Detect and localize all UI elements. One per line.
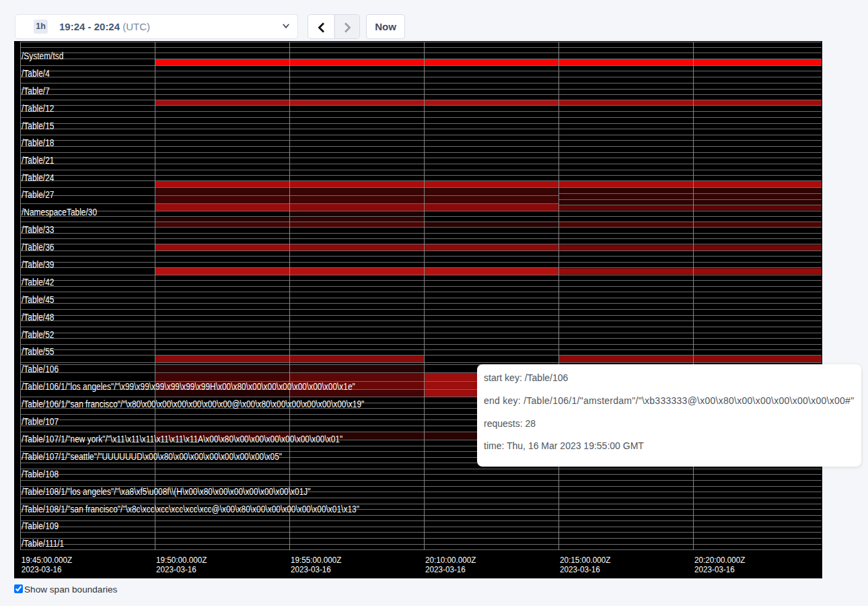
svg-text:/Table/107: /Table/107 [22,416,59,428]
svg-text:/Table/107/1/"new york"/"\x11\: /Table/107/1/"new york"/"\x11\x11\x11\x1… [22,434,342,445]
svg-text:/Table/18: /Table/18 [22,137,54,149]
svg-text:20:20:00.000Z: 20:20:00.000Z [694,555,746,565]
svg-text:/Table/42: /Table/42 [22,276,54,288]
svg-text:2023-03-16: 2023-03-16 [694,564,735,574]
svg-text:20:10:00.000Z: 20:10:00.000Z [425,555,476,565]
svg-text:/NamespaceTable/30: /NamespaceTable/30 [22,207,97,218]
svg-text:2023-03-16: 2023-03-16 [156,564,196,574]
svg-text:/Table/27: /Table/27 [22,189,54,201]
svg-text:/Table/39: /Table/39 [22,259,54,270]
svg-text:/Table/7: /Table/7 [22,85,50,96]
svg-text:/Table/12: /Table/12 [22,102,54,114]
svg-text:/Table/108: /Table/108 [22,469,59,480]
svg-text:20:15:00.000Z: 20:15:00.000Z [560,555,611,565]
svg-text:19:55:00.000Z: 19:55:00.000Z [291,555,342,565]
svg-text:/Table/21: /Table/21 [22,155,54,166]
svg-text:2023-03-16: 2023-03-16 [22,564,62,574]
svg-text:/Table/108/1/"san francisco"/": /Table/108/1/"san francisco"/"\x8c\xcc\x… [22,503,359,514]
svg-text:/Table/4: /Table/4 [22,67,50,79]
svg-text:/Table/36: /Table/36 [22,241,54,252]
svg-text:2023-03-16: 2023-03-16 [291,564,331,574]
svg-text:/System/tsd: /System/tsd [22,50,63,61]
svg-text:/Table/15: /Table/15 [22,120,54,131]
svg-text:/Table/106/1/"los angeles"/"\x: /Table/106/1/"los angeles"/"\x99\x99\x99… [22,381,355,393]
svg-text:2023-03-16: 2023-03-16 [560,564,600,574]
svg-text:/Table/106/1/"san francisco"/": /Table/106/1/"san francisco"/"\x80\x00\x… [22,399,364,410]
svg-text:/Table/48: /Table/48 [22,311,54,323]
svg-text:/Table/55: /Table/55 [22,346,54,358]
svg-text:/Table/45: /Table/45 [22,294,54,305]
svg-text:2023-03-16: 2023-03-16 [425,564,466,574]
svg-text:/Table/52: /Table/52 [22,329,54,340]
svg-text:/Table/107/1/"seattle"/"UUUUUU: /Table/107/1/"seattle"/"UUUUUUD\x00\x80\… [22,451,282,463]
svg-text:/Table/111/1: /Table/111/1 [22,538,64,549]
svg-text:/Table/109: /Table/109 [22,520,59,532]
svg-text:/Table/33: /Table/33 [22,224,54,235]
svg-text:/Table/24: /Table/24 [22,172,55,183]
svg-text:/Table/108/1/"los angeles"/"\x: /Table/108/1/"los angeles"/"\xa8\xf5\u00… [22,486,311,498]
svg-text:/Table/106: /Table/106 [22,364,59,375]
svg-text:19:50:00.000Z: 19:50:00.000Z [156,555,207,565]
svg-text:19:45:00.000Z: 19:45:00.000Z [22,555,73,565]
